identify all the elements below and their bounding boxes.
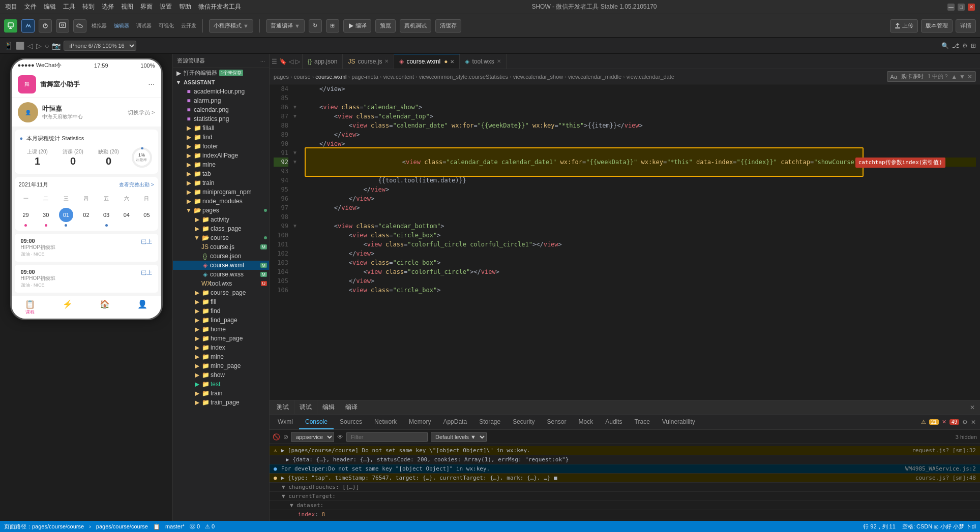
compile-tab[interactable]: 编译 — [340, 400, 363, 414]
tree-item-home[interactable]: ▶ 📁 home — [173, 325, 269, 334]
tree-item-node[interactable]: ▶ 📁 node_modules — [173, 197, 269, 206]
menu-file[interactable]: 文件 — [24, 3, 37, 11]
tab-app-json[interactable]: {} app.json — [303, 54, 343, 69]
bottom-nav[interactable]: 📋 课程 ⚡ 🏠 👤 — [12, 296, 161, 319]
menu-help[interactable]: 帮助 — [179, 3, 191, 11]
tree-item-tool-wxs[interactable]: WX tool.wxs U — [173, 279, 269, 288]
bookmark-icon[interactable]: 🔖 — [279, 58, 287, 65]
tree-item-find[interactable]: ▶ 📁 find — [173, 133, 269, 142]
menu-interface[interactable]: 界面 — [140, 3, 153, 11]
git-icon[interactable]: ⎇ — [952, 42, 959, 49]
tab-vulnerability[interactable]: Vulnerability — [656, 415, 701, 429]
tree-item-train[interactable]: ▶ 📁 train — [173, 178, 269, 187]
next-match-icon[interactable]: ▼ — [959, 73, 965, 80]
nav-more[interactable]: 👤 — [137, 299, 147, 316]
menu-view[interactable]: 视图 — [121, 3, 133, 11]
tab-wxml[interactable]: Wxml — [272, 415, 299, 429]
cloud-button[interactable] — [73, 19, 86, 33]
tab-appdata[interactable]: AppData — [437, 415, 473, 429]
tree-item-course-wxml[interactable]: ◈ course.wxml M — [173, 261, 269, 270]
minimize-button[interactable]: — — [947, 4, 955, 11]
edit-tab[interactable]: 编辑 — [317, 400, 340, 414]
sidebar-toggle-icon[interactable]: ☰ — [272, 58, 277, 65]
open-editors-section[interactable]: ▶ 打开的编辑器 1个未保存 — [173, 68, 269, 78]
menu-settings[interactable]: 设置 — [160, 3, 172, 11]
debug-tab[interactable]: 调试 — [294, 400, 317, 414]
fold-arrow-91[interactable]: ▼ — [292, 148, 301, 158]
forward-icon[interactable]: ▷ — [36, 42, 42, 50]
nav-forward-icon[interactable]: ▷ — [295, 58, 300, 65]
clear-cache-button[interactable]: 清缓存 — [435, 19, 461, 33]
tree-item-calendar[interactable]: ■ calendar.png — [173, 105, 269, 114]
view-all-link[interactable]: 查看完整出勤 > — [119, 181, 154, 189]
tree-item-alarm[interactable]: ■ alarm.png — [173, 96, 269, 105]
tree-item-course-js[interactable]: JS course.js M — [173, 242, 269, 252]
tree-item-tab[interactable]: ▶ 📁 tab — [173, 169, 269, 178]
simulator-button[interactable] — [4, 19, 17, 33]
tab-course-js[interactable]: JS course.js ✕ — [343, 54, 394, 69]
search-widget[interactable]: Aa 购卡课时 1 中的？ ▲ ▼ ✕ — [887, 71, 976, 82]
link-service[interactable]: WM4985_WAService.js:2 — [905, 465, 976, 472]
tree-item-home-page[interactable]: ▶ 📁 home_page — [173, 334, 269, 343]
eye-icon[interactable]: 👁 — [337, 433, 343, 441]
menu-project[interactable]: 项目 — [5, 3, 17, 11]
version-mgr-button[interactable]: 版本管理 — [921, 19, 953, 33]
tab-storage[interactable]: Storage — [473, 415, 507, 429]
tree-more-icon[interactable]: ··· — [260, 58, 265, 64]
tab-console[interactable]: Console — [299, 415, 334, 429]
tree-item-train-page[interactable]: ▶ 📁 train_page — [173, 398, 269, 407]
tree-item-course-page[interactable]: ▶ 📁 course_page — [173, 288, 269, 297]
compile-mode-button[interactable]: 普通编译 ▼ — [266, 19, 305, 33]
maximize-button[interactable]: □ — [958, 4, 965, 11]
compile-button[interactable]: 编译 — [343, 19, 371, 33]
close-search-icon[interactable]: ✕ — [967, 73, 972, 80]
split-icon[interactable]: ⊞ — [971, 42, 976, 49]
close-tab-icon3[interactable]: ✕ — [497, 58, 501, 64]
tree-item-miniprogram[interactable]: ▶ 📁 miniprogram_npm — [173, 187, 269, 197]
tree-item-indexAllPage[interactable]: ▶ 📁 indexAllPage — [173, 151, 269, 160]
service-selector[interactable]: appservice — [291, 432, 334, 442]
test-tab[interactable]: 测试 — [272, 400, 294, 414]
block-icon[interactable]: 🚫 — [273, 433, 280, 441]
tree-item-footer[interactable]: ▶ 📁 footer — [173, 142, 269, 151]
filter-icon[interactable]: ⊘ — [283, 433, 288, 441]
nav-course[interactable]: 📋 课程 — [25, 299, 35, 316]
editor-button[interactable] — [21, 19, 35, 33]
home-icon[interactable]: ○ — [45, 42, 49, 50]
tree-item-class-page[interactable]: ▶ 📁 class_page — [173, 224, 269, 233]
camera-icon[interactable]: 📷 — [52, 42, 61, 50]
tree-item-mine[interactable]: ▶ 📁 mine — [173, 160, 269, 169]
tree-item-mine2[interactable]: ▶ 📁 mine — [173, 352, 269, 361]
fold-arrow-92[interactable]: ▼ — [292, 158, 301, 167]
tree-item-course[interactable]: ▼ 📂 course — [173, 233, 269, 242]
debugger-button[interactable] — [39, 19, 52, 33]
menu-goto[interactable]: 转到 — [82, 3, 95, 11]
tree-item-fillall[interactable]: ▶ 📁 fillall — [173, 123, 269, 133]
tab-sources[interactable]: Sources — [334, 415, 368, 429]
prev-match-icon[interactable]: ▲ — [951, 73, 957, 80]
assistant-section[interactable]: ▼ ASSISTANT — [173, 78, 269, 87]
tab-security[interactable]: Security — [507, 415, 541, 429]
tree-item-find2[interactable]: ▶ 📁 find — [173, 306, 269, 316]
tab-course-wxml[interactable]: ◈ course.wxml ● ✕ — [394, 54, 460, 69]
fold-arrow-87[interactable]: ▼ — [292, 112, 301, 121]
details-button[interactable]: 详情 — [956, 19, 976, 33]
tab-sensor[interactable]: Sensor — [541, 415, 573, 429]
level-select[interactable]: Default levels ▼ — [431, 432, 487, 442]
close-panel-icon[interactable]: ✕ — [971, 419, 976, 426]
tree-item-index[interactable]: ▶ 📁 index — [173, 343, 269, 352]
close-tab-icon[interactable]: ✕ — [384, 58, 389, 64]
settings-icon[interactable]: ⚙ — [962, 42, 968, 49]
upload-button[interactable]: 上传 — [890, 19, 918, 33]
link-request[interactable]: request.js? [sm]:32 — [912, 447, 976, 454]
nav-stats[interactable]: ⚡ — [63, 299, 73, 316]
tab-tool-wxs[interactable]: ◈ tool.wxs ✕ — [460, 54, 506, 69]
tree-item-course-wxss[interactable]: ◈ course.wxss M — [173, 270, 269, 279]
tree-item-find-page[interactable]: ▶ 📁 find_page — [173, 316, 269, 325]
close-button[interactable]: ✕ — [968, 4, 975, 11]
tab-network[interactable]: Network — [368, 415, 403, 429]
settings-icon2[interactable]: ⚙ — [962, 419, 968, 426]
tab-mock[interactable]: Mock — [573, 415, 600, 429]
tree-item-course-json[interactable]: {} course.json — [173, 252, 269, 261]
switch-student[interactable]: 切换学员 > — [128, 109, 155, 116]
